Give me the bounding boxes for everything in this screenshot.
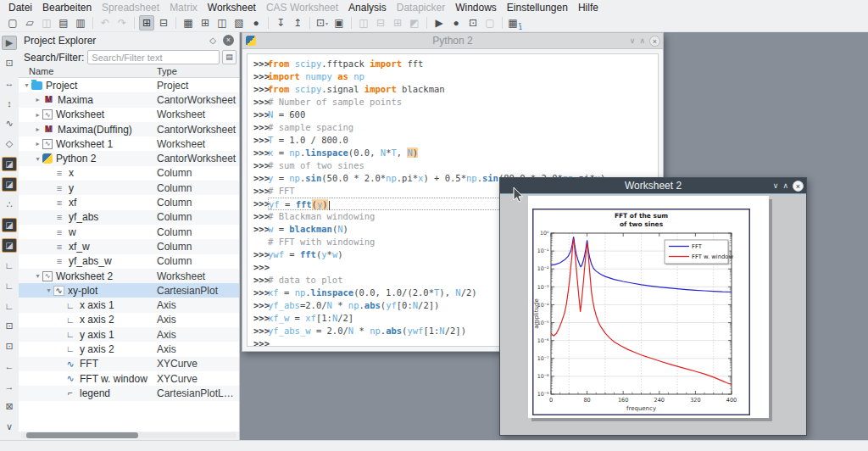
tree-column-headers[interactable]: Name Type: [19, 66, 239, 78]
tree-item-y-axis-2[interactable]: ∟y axis 2Axis: [19, 342, 239, 356]
fft-plot[interactable]: FFT of the sumof two sines08016024032040…: [532, 209, 750, 415]
worksheet-page[interactable]: FFT of the sumof two sines08016024032040…: [528, 196, 769, 418]
tree-item-y[interactable]: ≡yColumn: [19, 181, 239, 195]
tree-item-x-axis-2[interactable]: ∟x axis 2Axis: [19, 313, 239, 327]
float-dock-icon[interactable]: ◇: [209, 36, 216, 45]
shade-window-button[interactable]: ∨: [630, 37, 636, 45]
column-header-name[interactable]: Name: [19, 66, 157, 77]
print-button[interactable]: ▤: [56, 15, 71, 31]
expander-icon[interactable]: ▾: [33, 155, 42, 163]
toggle-properties-dock-button[interactable]: ⊟: [156, 15, 171, 31]
expander-icon[interactable]: ▾: [22, 81, 31, 89]
shade-window-button[interactable]: ∨: [773, 182, 779, 190]
select-x-region-button[interactable]: ↔: [2, 76, 17, 91]
toggle-project-explorer-button[interactable]: ⊞: [139, 15, 154, 31]
menu-hilfe[interactable]: Hilfe: [573, 2, 604, 14]
tree-item-xy-plot[interactable]: ▾∿xy-plotCartesianPlot: [19, 283, 239, 298]
tree-item-xf-w[interactable]: ≡xf_wColumn: [19, 239, 239, 253]
new-worksheet-button[interactable]: ▧: [231, 15, 247, 31]
menu-windows[interactable]: Windows: [450, 2, 502, 14]
expander-icon[interactable]: ▸: [33, 96, 42, 103]
close-dock-icon[interactable]: ×: [223, 35, 234, 46]
new-xy-curve-button[interactable]: ∿: [2, 116, 17, 131]
new-spreadsheet-button[interactable]: ▦: [181, 15, 196, 31]
add-plot-area-button-4[interactable]: ◪: [2, 238, 17, 253]
project-explorer-titlebar[interactable]: Project Explorer ◇ ×: [19, 32, 239, 48]
new-note-button[interactable]: ●: [248, 15, 264, 31]
menu-analysis[interactable]: Analysis: [343, 2, 392, 14]
evaluate-entry-button[interactable]: ▦▾1: [507, 15, 522, 31]
worksheet-viewport[interactable]: FFT of the sumof two sines08016024032040…: [500, 194, 806, 435]
add-plot-area-button-1[interactable]: ◪: [2, 157, 17, 171]
shift-left-x-button[interactable]: ←: [2, 359, 17, 374]
zoom-in-plot-button[interactable]: ⊡: [2, 319, 17, 333]
python-window-titlebar[interactable]: Python 2 ∨∧×: [242, 33, 663, 49]
new-workbook-button[interactable]: ◫: [214, 15, 230, 31]
zoom-select-button[interactable]: ⊡▾: [314, 15, 330, 31]
select-y-region-button[interactable]: ↕: [2, 97, 17, 111]
expander-icon[interactable]: ▾: [44, 287, 53, 294]
add-data-points-button[interactable]: ∴: [2, 198, 17, 212]
tree-item-worksheet-2[interactable]: ▾∿Worksheet 2Worksheet: [19, 269, 239, 283]
tree-item-fft-w-window[interactable]: ∿FFT w. windowXYCurve: [19, 371, 239, 386]
close-window-button[interactable]: ×: [649, 36, 660, 47]
auto-scale-button[interactable]: ⊠: [2, 399, 17, 414]
menu-einstellungen[interactable]: Einstellungen: [502, 2, 573, 14]
expander-icon[interactable]: ▸: [33, 140, 42, 148]
column-header-type[interactable]: Type: [157, 66, 239, 77]
scrollbar-thumb[interactable]: [26, 432, 138, 438]
new-equation-curve-button[interactable]: ◇: [2, 136, 17, 151]
tree-item-worksheet-1[interactable]: ▸∿Worksheet 1Worksheet: [19, 136, 239, 151]
zoom-and-select-button[interactable]: ⊡: [2, 56, 17, 70]
new-x-axis-button[interactable]: ∟: [2, 259, 17, 273]
tree-item-xf[interactable]: ≡xfColumn: [19, 195, 239, 209]
expander-icon[interactable]: ▸: [33, 111, 42, 119]
tree-item-project[interactable]: ▾ProjectProject: [19, 78, 239, 92]
shift-right-x-button[interactable]: →: [2, 380, 17, 394]
import-button[interactable]: ↧: [273, 15, 288, 31]
dropdown-arrow-icon[interactable]: ▾: [326, 20, 328, 26]
tree-item-w[interactable]: ≡wColumn: [19, 225, 239, 239]
filter-options-button[interactable]: ▤: [222, 50, 236, 64]
more-tools-button[interactable]: ∨: [2, 420, 17, 434]
tree-item-maxima-duffing-[interactable]: ▸MMaxima(Duffing)CantorWorksheet: [19, 122, 239, 136]
zoom-out-plot-button[interactable]: ⊡: [2, 339, 17, 354]
tree-item-yf-abs-w[interactable]: ≡yf_abs_wColumn: [19, 254, 239, 269]
new-y-axis-button[interactable]: ∟: [2, 298, 17, 313]
fit-page-button[interactable]: ▣: [331, 15, 347, 31]
tree-item-python-2[interactable]: ▾Python 2CantorWorksheet: [19, 151, 239, 165]
print-preview-button[interactable]: ▥: [73, 15, 88, 31]
column-icon: ≡: [53, 168, 65, 178]
new-histogram-axis-button[interactable]: ∟: [2, 278, 17, 292]
worksheet-window-titlebar[interactable]: Worksheet 2 ∨∧×: [500, 178, 806, 194]
menu-datei[interactable]: Datei: [3, 2, 37, 14]
expander-icon[interactable]: ▾: [33, 272, 42, 280]
add-plot-area-button-2[interactable]: ◪: [2, 177, 17, 192]
expander-icon[interactable]: ▸: [33, 125, 42, 133]
search-filter-input[interactable]: [87, 50, 220, 64]
tree-item-worksheet[interactable]: ▸∿WorksheetWorksheet: [19, 108, 239, 122]
select-cursor-button[interactable]: ▶: [2, 36, 17, 50]
minimize-window-button[interactable]: ∧: [782, 182, 788, 190]
tree-item-y-axis-1[interactable]: ∟y axis 1Axis: [19, 327, 239, 342]
minimize-window-button[interactable]: ∧: [639, 37, 645, 45]
menu-worksheet[interactable]: Worksheet: [203, 2, 261, 14]
tree-item-fft[interactable]: ∿FFTXYCurve: [19, 357, 239, 371]
zoom-region-button[interactable]: ⊡: [465, 15, 481, 31]
crosshair-mode-button[interactable]: ●: [448, 15, 464, 31]
new-document-button[interactable]: ▢: [5, 15, 20, 31]
tree-item-yf-abs[interactable]: ≡yf_absColumn: [19, 210, 239, 225]
close-window-button[interactable]: ×: [793, 181, 804, 192]
tree-item-legend[interactable]: ⌐legendCartesianPlotLege...: [19, 386, 239, 400]
menu-bearbeiten[interactable]: Bearbeiten: [37, 2, 97, 14]
select-mode-button[interactable]: ▶: [431, 15, 447, 31]
export-button[interactable]: ↥: [290, 15, 305, 31]
project-tree[interactable]: ▾ProjectProject▸MMaximaCantorWorksheet▸∿…: [19, 78, 239, 432]
add-plot-area-button-3[interactable]: ◪: [2, 218, 17, 232]
tree-item-maxima[interactable]: ▸MMaximaCantorWorksheet: [19, 92, 239, 107]
tree-horizontal-scrollbar[interactable]: [21, 432, 236, 438]
tree-item-x[interactable]: ≡xColumn: [19, 166, 239, 181]
open-file-button[interactable]: ▱: [22, 15, 37, 31]
new-matrix-button[interactable]: ⊞: [198, 15, 213, 31]
tree-item-x-axis-1[interactable]: ∟x axis 1Axis: [19, 298, 239, 312]
